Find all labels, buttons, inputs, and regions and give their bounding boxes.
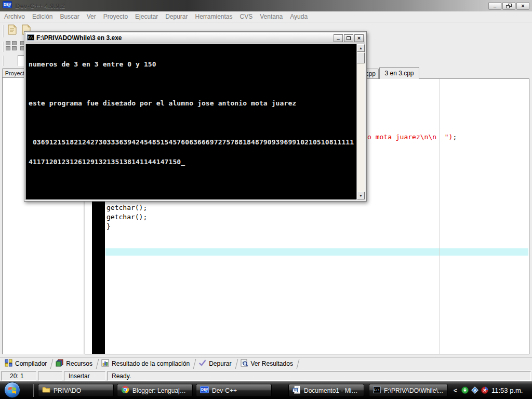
taskbar-button-label: Dev-C++ xyxy=(212,387,237,394)
report-tab-ver-resultados[interactable]: Ver Resultados xyxy=(237,358,299,369)
main-window-titlebar[interactable]: DEV Dev-C++ 4.9.9.2 – × xyxy=(0,0,532,11)
report-tab-label: Depurar xyxy=(209,360,231,367)
new-file-icon[interactable] xyxy=(7,24,18,37)
report-tab-depurar[interactable]: Depurar xyxy=(195,358,237,369)
console-cursor: _ xyxy=(181,158,185,166)
report-tab-label: Recursos xyxy=(66,360,92,367)
code-line: getchar(); xyxy=(107,213,147,221)
menu-buscar[interactable]: Buscar xyxy=(60,13,79,20)
folder-icon xyxy=(42,385,50,395)
status-caret-position: 20: 1 xyxy=(1,371,36,381)
tab-3-en-3-cpp[interactable]: 3 en 3.cpp xyxy=(379,67,419,79)
toolbar-grip[interactable] xyxy=(3,42,4,52)
code-line: getchar(); xyxy=(107,204,147,211)
console-window[interactable]: C:\ F:\PRIVADO\While\3 en 3.exe – × nume… xyxy=(24,31,367,202)
status-insert-mode: Insertar xyxy=(64,371,105,381)
tray-avg-icon[interactable]: A xyxy=(471,386,479,394)
report-tab-label: Resultado de la compilación xyxy=(112,360,190,367)
console-titlebar[interactable]: C:\ F:\PRIVADO\While\3 en 3.exe – × xyxy=(25,33,365,43)
tray-green-icon[interactable] xyxy=(461,386,469,394)
taskbar-button-blogger[interactable]: Blogger: Lenguaje ... xyxy=(117,384,193,397)
console-icon: C:\ xyxy=(27,34,34,42)
console-line: 4117120123126129132135138141144147150_ xyxy=(29,159,355,166)
svg-text:C:\: C:\ xyxy=(28,35,34,38)
restore-icon xyxy=(506,4,512,8)
taskbar-button-label: Blogger: Lenguaje ... xyxy=(132,387,189,394)
code-line: } xyxy=(107,222,111,230)
windows-flag-icon xyxy=(8,385,17,394)
menu-bar: Archivo Edición Buscar Ver Proyecto Ejec… xyxy=(0,11,532,22)
debug-check-icon xyxy=(198,359,206,368)
svg-text:DEV: DEV xyxy=(201,388,208,391)
report-tab-compilador[interactable]: Compilador xyxy=(2,358,52,369)
taskbar-separator xyxy=(33,384,34,397)
toolbar-grip[interactable] xyxy=(3,25,4,37)
status-empty-panel xyxy=(38,371,62,381)
console-line xyxy=(29,81,355,88)
code-string-fragment: o mota juarez\n\n "); xyxy=(367,133,457,141)
taskbar-button-label: F:\PRIVADO\While\... xyxy=(384,387,443,394)
taskbar-button-devcpp[interactable]: DEV Dev-C++ xyxy=(196,384,272,397)
resources-layers-icon xyxy=(56,359,63,368)
console-output[interactable]: numeros de 3 en 3 entre 0 y 150 este pro… xyxy=(25,44,365,200)
svg-text:C:\: C:\ xyxy=(374,388,380,391)
current-line-highlight xyxy=(105,248,528,256)
tray-red-icon[interactable] xyxy=(481,386,489,394)
menu-herramientas[interactable]: Herramientas xyxy=(195,13,233,20)
console-scrollbar[interactable]: ▲ ▼ xyxy=(356,44,365,200)
menu-ayuda[interactable]: Ayuda xyxy=(290,13,308,20)
svg-text:DEV: DEV xyxy=(4,3,11,6)
taskbar-button-privado[interactable]: PRIVADO xyxy=(38,384,114,397)
scrollbar-thumb[interactable] xyxy=(357,52,365,63)
toolbar-grip[interactable] xyxy=(3,56,4,66)
word-icon: W xyxy=(292,385,301,395)
menu-ver[interactable]: Ver xyxy=(87,13,96,20)
menu-depurar[interactable]: Depurar xyxy=(165,13,188,20)
report-tab-resultado-compilacion[interactable]: Resultado de la compilación xyxy=(98,358,195,369)
menu-archivo[interactable]: Archivo xyxy=(4,13,25,20)
console-maximize-button[interactable] xyxy=(344,34,353,42)
devcpp-icon: DEV xyxy=(200,386,209,395)
menu-proyecto[interactable]: Proyecto xyxy=(103,13,128,20)
console-text: numeros de 3 en 3 entre 0 y 150 este pro… xyxy=(29,48,355,178)
console-title: F:\PRIVADO\While\3 en 3.exe xyxy=(36,34,122,42)
start-button[interactable] xyxy=(4,382,20,398)
console-icon: C:\ xyxy=(373,387,381,395)
status-message: Ready. xyxy=(107,371,531,381)
taskbar-button-label: Documento1 - Micr... xyxy=(304,387,360,394)
taskbar-button-word-document[interactable]: W Documento1 - Micr... xyxy=(288,384,364,397)
console-minimize-button[interactable]: – xyxy=(334,34,343,42)
tray-expand-chevron[interactable]: < xyxy=(454,387,457,394)
chrome-icon xyxy=(121,385,129,395)
close-button[interactable]: × xyxy=(516,2,529,10)
menu-edicion[interactable]: Edición xyxy=(32,13,52,20)
scroll-down-button[interactable]: ▼ xyxy=(357,192,365,200)
console-line xyxy=(29,120,355,127)
compile-log-chart-icon xyxy=(101,359,109,368)
report-tab-label: Compilador xyxy=(15,360,47,367)
restore-button[interactable] xyxy=(502,2,515,10)
svg-text:A: A xyxy=(473,388,476,393)
taskbar-button-console[interactable]: C:\ F:\PRIVADO\While\... xyxy=(369,384,448,397)
menu-ejecutar[interactable]: Ejecutar xyxy=(135,13,158,20)
console-line: este programa fue dise±ado por el alumno… xyxy=(29,100,355,107)
maximize-icon xyxy=(347,36,351,40)
console-line: numeros de 3 en 3 entre 0 y 150 xyxy=(29,61,355,68)
view-results-magnifier-icon xyxy=(241,359,248,368)
menu-ventana[interactable]: Ventana xyxy=(260,13,283,20)
minimize-button[interactable]: – xyxy=(488,2,501,10)
status-bar: 20: 1 Insertar Ready. xyxy=(0,370,532,381)
taskbar-button-label: PRIVADO xyxy=(54,387,81,394)
console-close-button[interactable]: × xyxy=(354,34,364,42)
svg-text:W: W xyxy=(294,388,297,392)
devcpp-icon: DEV xyxy=(3,1,12,10)
menu-cvs[interactable]: CVS xyxy=(240,13,253,20)
scroll-up-button[interactable]: ▲ xyxy=(357,44,365,52)
taskbar-clock: 11:53 p.m. xyxy=(491,387,523,394)
report-tab-bar: Compilador Recursos Resultado de la comp… xyxy=(0,357,532,369)
window-title: Dev-C++ 4.9.9.2 xyxy=(15,2,65,10)
console-line: 0369121518212427303336394245485154576063… xyxy=(29,139,355,146)
report-tab-label: Ver Resultados xyxy=(251,360,293,367)
report-tab-recursos[interactable]: Recursos xyxy=(52,358,98,369)
right-margin-guide xyxy=(439,79,440,354)
